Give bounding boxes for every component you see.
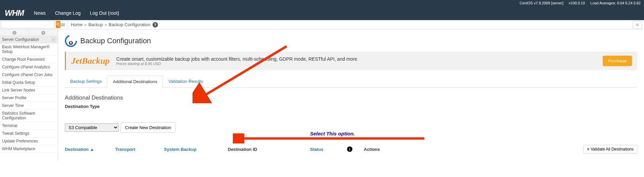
search-box: [0, 20, 58, 29]
sidebar-item-server-time[interactable]: Server Time: [0, 102, 58, 110]
section-collapse-icon[interactable]: ∨: [51, 38, 56, 42]
tabs: Backup Settings Additional Destinations …: [65, 75, 637, 88]
sidebar-collapse-button[interactable]: [58, 20, 68, 29]
create-destination-button[interactable]: Create New Destination: [121, 122, 175, 133]
close-button[interactable]: [633, 21, 642, 29]
backup-icon: [65, 35, 77, 47]
help-icon[interactable]: ?: [153, 22, 158, 27]
sidebar-item-change-root-pw[interactable]: Change Root Password: [0, 56, 58, 63]
main-content: Backup Configuration JetBackup Create sm…: [58, 30, 644, 161]
sidebar-item-cpanel-analytics[interactable]: Configure cPanel Analytics: [0, 63, 58, 71]
sidebar-item-stats-software[interactable]: Statistics Software Configuration: [0, 110, 58, 122]
validate-all-button[interactable]: ≡ Validate All Destinations: [583, 145, 637, 154]
sidebar-item-tweak[interactable]: Tweak Settings: [0, 130, 58, 137]
section-title: Additional Destinations: [65, 95, 637, 101]
info-icon[interactable]: i: [347, 146, 352, 152]
load-avg: Load Averages: 0.04 0.24 0.62: [590, 1, 641, 5]
sidebar-item-cpanel-cron[interactable]: Configure cPanel Cron Jobs: [0, 71, 58, 79]
sidebar-section-title: Server Configuration: [2, 37, 39, 42]
destination-type-select[interactable]: S3 Compatible: [65, 123, 119, 132]
promo-price: Prices starting at $.95 USD: [116, 62, 596, 66]
col-destination-id: Destination ID: [228, 147, 310, 152]
col-system-backup[interactable]: System Backup: [164, 147, 228, 152]
sidebar-item-terminal[interactable]: Terminal: [0, 122, 58, 130]
page-header: Backup Configuration: [65, 35, 637, 47]
nav-changelog[interactable]: Change Log: [55, 10, 81, 16]
col-destination[interactable]: Destination ▲: [65, 147, 115, 152]
collapse-icon: [60, 22, 66, 27]
os-info: CentOS v7.9.2009 [server]: [520, 1, 563, 5]
tab-backup-settings[interactable]: Backup Settings: [65, 75, 107, 87]
chevron-up-icon: [12, 31, 17, 35]
tab-validation-results[interactable]: Validation Results: [163, 75, 208, 87]
close-icon: [635, 22, 640, 27]
sidebar-item-whm-marketplace[interactable]: WHM Marketplace: [0, 145, 58, 153]
collapse-all-button[interactable]: [0, 30, 29, 36]
jetbackup-logo: JetBackup: [71, 56, 110, 66]
sidebar-item-update-prefs[interactable]: Update Preferences: [0, 137, 58, 145]
breadcrumb-current: Backup Configuration: [109, 22, 151, 27]
col-transport[interactable]: Transport: [115, 147, 164, 152]
purchase-button[interactable]: Purchase: [603, 56, 632, 66]
sidebar-items: Basic WebHost Manager® Setup Change Root…: [0, 43, 58, 153]
sidebar-item-link-server[interactable]: Link Server Nodes: [0, 86, 58, 94]
annotation-text: Select This option.: [310, 131, 355, 136]
nav-links: News Change Log Log Out (root): [34, 10, 127, 16]
col-status[interactable]: Status: [310, 147, 347, 152]
svg-rect-4: [70, 42, 72, 44]
sidebar-item-server-profile[interactable]: Server Profile: [0, 94, 58, 102]
col-actions: Actions: [364, 147, 431, 152]
sidebar-item-initial-quota[interactable]: Initial Quota Setup: [0, 79, 58, 86]
sub-row: Home » Backup » Backup Configuration ?: [0, 20, 644, 30]
breadcrumb-home[interactable]: Home: [71, 22, 83, 27]
breadcrumb: Home » Backup » Backup Configuration ?: [68, 20, 631, 29]
destinations-table-header: Destination ▲ Transport System Backup De…: [65, 143, 637, 156]
search-input[interactable]: [1, 21, 54, 28]
sidebar-section-header[interactable]: Server Configuration ∨: [0, 36, 58, 43]
promo-text: Create smart, customizable backup jobs w…: [116, 56, 596, 62]
promo-banner: JetBackup Create smart, customizable bac…: [65, 52, 637, 70]
chevron-down-icon: [41, 31, 46, 35]
list-icon: ≡: [587, 147, 589, 152]
tab-additional-destinations[interactable]: Additional Destinations: [107, 75, 163, 88]
destination-type-label: Destination Type: [65, 104, 637, 109]
sidebar-top-controls: [0, 30, 58, 36]
nav-bar: WHM News Change Log Log Out (root): [0, 6, 644, 20]
breadcrumb-backup[interactable]: Backup: [88, 22, 103, 27]
page-title: Backup Configuration: [80, 37, 151, 45]
nav-news[interactable]: News: [34, 10, 46, 16]
whm-logo[interactable]: WHM: [5, 8, 24, 18]
status-bar: CentOS v7.9.2009 [server] v100.0.10 Load…: [0, 0, 644, 6]
col-info: i: [347, 146, 364, 152]
sidebar-item-basic-setup[interactable]: Basic WebHost Manager® Setup: [0, 43, 58, 56]
sidebar: Server Configuration ∨ Basic WebHost Man…: [0, 30, 58, 161]
expand-all-button[interactable]: [29, 30, 58, 36]
version-info: v100.0.10: [569, 1, 585, 5]
nav-logout[interactable]: Log Out (root): [90, 10, 119, 16]
